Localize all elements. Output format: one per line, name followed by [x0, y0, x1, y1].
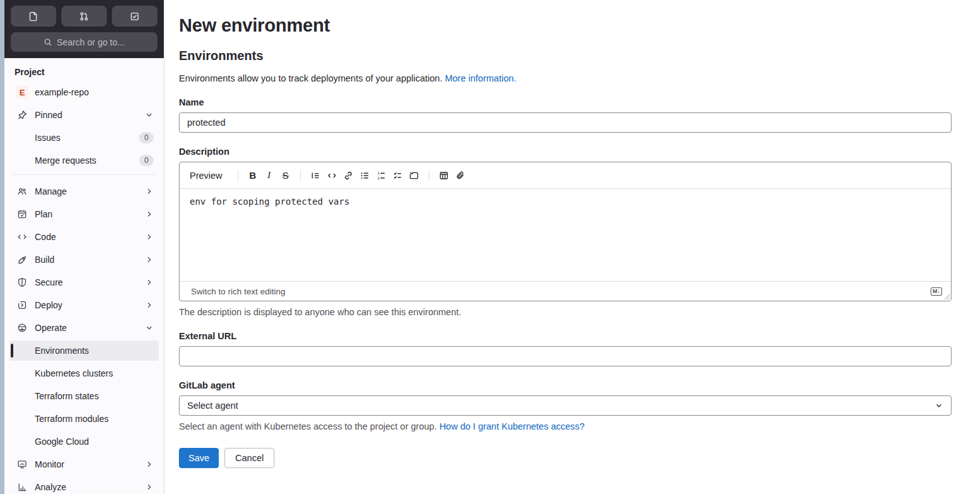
- issue-document-icon: [28, 11, 39, 21]
- external-url-input[interactable]: [179, 346, 952, 366]
- more-information-link[interactable]: More information.: [445, 73, 517, 83]
- sidebar-item-google-cloud[interactable]: Google Cloud: [9, 431, 159, 452]
- sidebar-item-build[interactable]: Build: [9, 250, 159, 270]
- chevron-down-icon: [934, 401, 943, 410]
- collapsible-section-button[interactable]: [406, 167, 422, 184]
- sidebar-item-label: Deploy: [35, 300, 63, 310]
- switch-rich-text-link[interactable]: Switch to rich text editing: [191, 287, 285, 296]
- sidebar-nav: Project E example-repo Pinned Issues 0: [4, 58, 164, 494]
- merge-request-icon: [79, 11, 89, 21]
- task-list-button[interactable]: [389, 167, 406, 184]
- merge-requests-count-badge: 0: [139, 155, 154, 166]
- sidebar-item-operate[interactable]: Operate: [9, 318, 159, 338]
- sidebar-item-label: Pinned: [35, 110, 63, 120]
- todo-shortcut-button[interactable]: [112, 6, 157, 27]
- sidebar-item-kubernetes-clusters[interactable]: Kubernetes clusters: [9, 363, 159, 383]
- numbered-list-button[interactable]: 1. 2.: [373, 167, 389, 184]
- external-url-label: External URL: [179, 331, 952, 341]
- kubernetes-access-link[interactable]: How do I grant Kubernetes access?: [439, 421, 585, 431]
- search-placeholder: Search or go to...: [57, 37, 125, 47]
- window-edge-strip: [0, 0, 4, 494]
- preview-tab[interactable]: Preview: [190, 171, 223, 181]
- markdown-icon: M↓: [931, 287, 942, 296]
- bullet-list-icon: [360, 171, 370, 181]
- markdown-toolbar: Preview B I S: [180, 162, 951, 189]
- description-label: Description: [179, 147, 952, 157]
- sidebar-item-terraform-modules[interactable]: Terraform modules: [9, 409, 159, 429]
- sidebar-item-merge-requests[interactable]: Merge requests 0: [9, 150, 159, 171]
- sidebar-item-label: Terraform modules: [35, 414, 109, 424]
- sidebar-item-deploy[interactable]: Deploy: [9, 295, 159, 315]
- gitlab-agent-field-group: GitLab agent Select agent Select an agen…: [179, 380, 952, 431]
- issues-shortcut-button[interactable]: [11, 6, 56, 27]
- name-field-group: Name: [179, 97, 952, 133]
- name-input[interactable]: [179, 112, 952, 133]
- agent-help-text: Select an agent with Kubernetes access t…: [179, 421, 952, 431]
- description-textarea[interactable]: env for scoping protected vars: [180, 189, 951, 281]
- rocket-icon: [17, 255, 27, 265]
- chevron-down-icon: [145, 323, 154, 332]
- sidebar-item-label: Build: [35, 255, 54, 265]
- sidebar-item-plan[interactable]: Plan: [9, 204, 159, 224]
- page-title: New environment: [179, 15, 952, 36]
- italic-button[interactable]: I: [261, 167, 278, 184]
- sidebar-item-label: Environments: [35, 346, 89, 356]
- sidebar-item-label: Kubernetes clusters: [35, 368, 113, 378]
- intro-text: Environments allow you to track deployme…: [179, 73, 445, 83]
- paperclip-icon: [455, 171, 465, 181]
- name-label: Name: [179, 97, 952, 107]
- save-button[interactable]: Save: [179, 448, 219, 468]
- sidebar-item-issues[interactable]: Issues 0: [9, 128, 159, 148]
- bullet-list-button[interactable]: [357, 167, 373, 184]
- main-content: New environment Environments Environment…: [164, 0, 980, 494]
- merge-requests-shortcut-button[interactable]: [61, 6, 107, 27]
- cancel-button[interactable]: Cancel: [224, 448, 274, 468]
- description-field-group: Description Preview B I S: [179, 147, 952, 317]
- strikethrough-button[interactable]: S: [278, 167, 294, 184]
- sidebar-item-code[interactable]: Code: [9, 227, 159, 247]
- intro-paragraph: Environments allow you to track deployme…: [179, 73, 952, 83]
- sidebar-item-analyze[interactable]: Analyze: [9, 477, 159, 494]
- sidebar-item-label: Operate: [35, 323, 67, 333]
- deploy-icon: [17, 300, 27, 310]
- toolbar-divider: [238, 170, 238, 181]
- table-icon: [439, 171, 449, 181]
- sidebar-header: Search or go to...: [4, 0, 164, 58]
- sidebar-item-environments[interactable]: Environments: [9, 340, 159, 361]
- active-item-indicator: [11, 344, 13, 358]
- section-title: Environments: [179, 49, 952, 63]
- sidebar-item-label: Secure: [35, 277, 63, 287]
- bold-button[interactable]: B: [245, 167, 261, 184]
- markdown-editor-footer: Switch to rich text editing M↓: [180, 281, 951, 301]
- monitor-icon: [17, 459, 27, 469]
- project-avatar: E: [16, 86, 28, 99]
- sidebar-item-monitor[interactable]: Monitor: [9, 454, 159, 474]
- external-url-field-group: External URL: [179, 331, 952, 366]
- link-button[interactable]: [340, 167, 357, 184]
- sidebar-item-secure[interactable]: Secure: [9, 272, 159, 292]
- sidebar-item-terraform-states[interactable]: Terraform states: [9, 386, 159, 406]
- left-sidebar: Search or go to... Project E example-rep…: [4, 0, 164, 494]
- sidebar-item-label: Issues: [35, 133, 60, 143]
- chevron-right-icon: [145, 483, 154, 491]
- sidebar-item-project[interactable]: E example-repo: [9, 82, 159, 102]
- toolbar-divider: [429, 170, 429, 181]
- attach-file-button[interactable]: [452, 167, 469, 184]
- link-icon: [343, 171, 353, 181]
- collapsible-section-icon: [409, 171, 419, 181]
- table-button[interactable]: [436, 167, 452, 184]
- task-list-icon: [393, 171, 403, 181]
- users-icon: [17, 186, 27, 196]
- chevron-right-icon: [145, 278, 154, 287]
- sidebar-item-manage[interactable]: Manage: [9, 181, 159, 202]
- shield-icon: [17, 277, 27, 287]
- search-input[interactable]: Search or go to...: [11, 32, 157, 52]
- quote-button[interactable]: [307, 167, 324, 184]
- chevron-right-icon: [145, 210, 154, 219]
- agent-select[interactable]: Select agent: [179, 395, 952, 416]
- sidebar-item-label: Manage: [35, 186, 67, 196]
- calendar-icon: [17, 209, 27, 219]
- code-button[interactable]: [324, 167, 340, 184]
- sidebar-item-pinned[interactable]: Pinned: [9, 105, 159, 125]
- search-icon: [44, 38, 52, 47]
